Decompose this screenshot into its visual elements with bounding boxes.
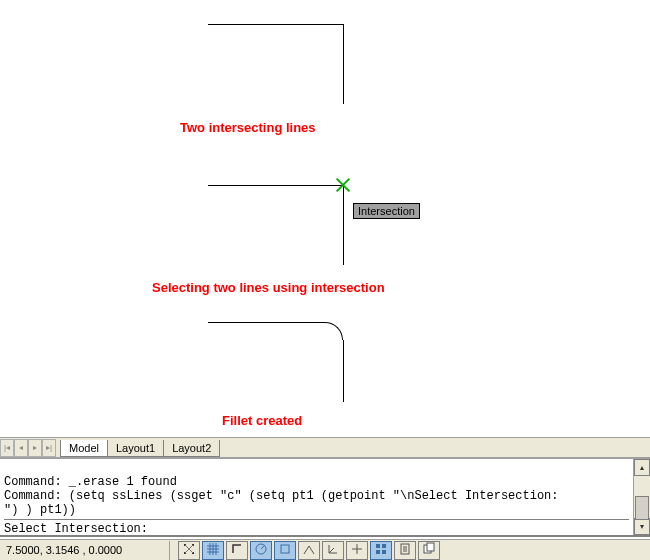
scroll-up-button[interactable]: ▴ [634, 459, 650, 476]
tab-nav-last[interactable]: ▸| [42, 439, 56, 457]
grid-icon [206, 542, 220, 558]
ducs-toggle[interactable] [322, 541, 344, 560]
fig2-horizontal-line [208, 185, 343, 186]
ortho-toggle[interactable] [226, 541, 248, 560]
tab-nav-prev[interactable]: ◂ [14, 439, 28, 457]
svg-rect-5 [281, 545, 289, 553]
cmd-history-line: Command: _.erase 1 found [4, 475, 177, 489]
snap-icon [182, 542, 196, 558]
polar-icon [254, 542, 268, 558]
tab-label: Layout2 [172, 442, 211, 454]
fig3-horizontal-line [208, 322, 325, 323]
coordinate-readout[interactable]: 7.5000, 3.1546 , 0.0000 [0, 541, 170, 560]
tab-nav-first[interactable]: |◂ [0, 439, 14, 457]
intersection-tooltip: Intersection [353, 203, 420, 219]
command-text[interactable]: Command: _.erase 1 found Command: (setq … [0, 459, 633, 535]
ducs-icon [326, 542, 340, 558]
scroll-thumb[interactable] [635, 496, 649, 520]
svg-rect-7 [382, 544, 386, 548]
tab-layout1[interactable]: Layout1 [107, 440, 164, 457]
svg-rect-6 [376, 544, 380, 548]
lwt-icon [374, 542, 388, 558]
svg-rect-8 [376, 550, 380, 554]
dyn-icon [350, 542, 364, 558]
fig3-vertical-line [343, 340, 344, 402]
lwt-toggle[interactable] [370, 541, 392, 560]
snap-toggle[interactable] [178, 541, 200, 560]
label-fillet-created: Fillet created [222, 413, 302, 428]
fig2-vertical-line [343, 185, 344, 265]
dyn-toggle[interactable] [346, 541, 368, 560]
layout-tabstrip: |◂ ◂ ▸ ▸| Model Layout1 Layout2 [0, 437, 650, 457]
polar-toggle[interactable] [250, 541, 272, 560]
cmd-prompt: Select Intersection: [4, 522, 148, 536]
tab-label: Layout1 [116, 442, 155, 454]
svg-rect-9 [382, 550, 386, 554]
scroll-down-button[interactable]: ▾ [634, 518, 650, 535]
command-separator [4, 519, 629, 520]
label-select-intersection: Selecting two lines using intersection [152, 280, 385, 295]
ortho-icon [230, 542, 244, 558]
fig1-vertical-line [343, 24, 344, 104]
osnap-toggle[interactable] [274, 541, 296, 560]
svg-rect-12 [427, 543, 434, 551]
grid-toggle[interactable] [202, 541, 224, 560]
tab-nav-next[interactable]: ▸ [28, 439, 42, 457]
model-icon [422, 542, 436, 558]
tab-nav-buttons: |◂ ◂ ▸ ▸| [0, 438, 56, 457]
scroll-track[interactable] [634, 476, 650, 518]
qp-icon [398, 542, 412, 558]
otrack-icon [302, 542, 316, 558]
tab-label: Model [69, 442, 99, 454]
cmd-history-line: ") ) pt1)) [4, 503, 76, 517]
model-toggle[interactable] [418, 541, 440, 560]
drawing-canvas[interactable]: Two intersecting lines Intersection Sele… [0, 0, 650, 437]
fig1-horizontal-line [208, 24, 343, 25]
otrack-toggle[interactable] [298, 541, 320, 560]
fillet-arc [325, 322, 343, 340]
osnap-icon [278, 542, 292, 558]
tab-layout2[interactable]: Layout2 [163, 440, 220, 457]
status-toggle-group [178, 541, 440, 560]
status-bar: 7.5000, 3.1546 , 0.0000 [0, 539, 650, 560]
cmd-history-line: Command: (setq ssLines (ssget "c" (setq … [4, 489, 559, 503]
label-two-lines: Two intersecting lines [180, 120, 316, 135]
qp-toggle[interactable] [394, 541, 416, 560]
command-window[interactable]: Command: _.erase 1 found Command: (setq … [0, 457, 650, 537]
command-scrollbar[interactable]: ▴ ▾ [633, 459, 650, 535]
tab-model[interactable]: Model [60, 440, 108, 457]
